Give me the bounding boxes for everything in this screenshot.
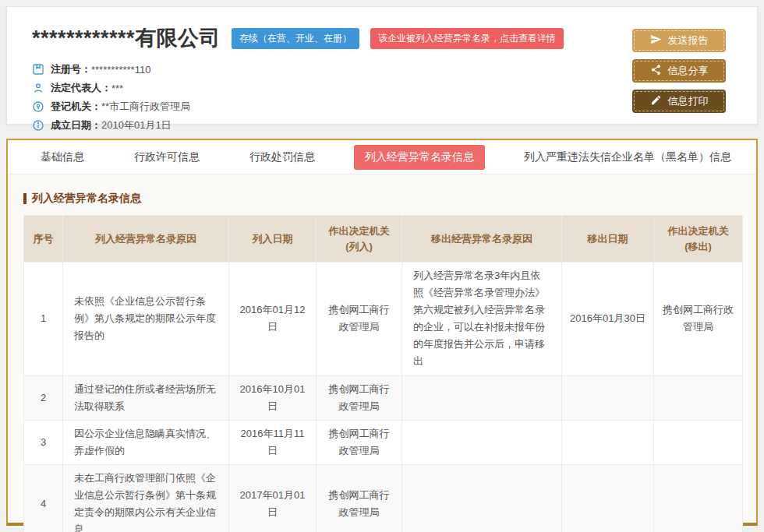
tab-basic-info[interactable]: 基础信息 <box>30 145 95 170</box>
cell-remove-org <box>654 420 743 464</box>
cell-list-date: 2016年11月11日 <box>229 420 317 464</box>
pencil-icon <box>650 94 662 108</box>
cell-list-org: 携创网工商行政管理局 <box>317 262 402 376</box>
share-info-label: 信息分享 <box>668 64 709 78</box>
tab-blacklist[interactable]: 列入严重违法失信企业名单（黑名单）信息 <box>513 145 742 170</box>
main-panel: 基础信息 行政许可信息 行政处罚信息 列入经营异常名录信息 列入严重违法失信企业… <box>6 139 758 526</box>
cell-remove-reason: 列入经营异常名录3年内且依照《经营异常名录管理办法》第六规定被列入经营异常名录的… <box>402 262 562 376</box>
registry-org-label: 登记机关： <box>51 100 101 114</box>
cell-remove-reason <box>402 375 562 420</box>
company-info-list: 注册号： ***********110 法定代表人： *** 登记机关： **市… <box>32 60 737 135</box>
cell-list-date: 2016年01月12日 <box>229 262 317 376</box>
cell-list-reason: 未在工商行政管理部门依照《企业信息公示暂行条例》第十条规定责令的期限内公示有关企… <box>63 464 229 532</box>
table-header-row: 序号 列入经营异常名录原因 列入日期 作出决定机关(列入) 移出经营异常名录原因… <box>24 216 743 262</box>
person-icon <box>32 82 44 94</box>
location-icon <box>32 100 44 113</box>
send-icon <box>650 33 662 48</box>
cell-list-org: 携创网工商行政管理局 <box>317 420 402 464</box>
cell-remove-date <box>562 420 654 464</box>
cell-remove-org <box>654 375 743 420</box>
table-row: 3 因公示企业信息隐瞒真实情况、弄虚作假的 2016年11月11日 携创网工商行… <box>24 420 743 464</box>
cell-remove-org <box>654 464 743 532</box>
info-row-founded-date: 成立日期： 2010年01月1日 <box>32 116 737 135</box>
section-title-marker <box>23 193 27 204</box>
legal-rep-value: *** <box>111 83 123 94</box>
col-header-list-reason: 列入经营异常名录原因 <box>63 216 229 262</box>
cell-remove-reason <box>402 464 562 532</box>
col-header-list-date: 列入日期 <box>229 216 317 262</box>
info-row-registry-org: 登记机关： **市工商行政管理局 <box>32 97 737 116</box>
col-header-remove-reason: 移出经营异常名录原因 <box>402 216 562 262</box>
tab-content: 列入经营异常名录信息 序号 列入经营异常名录原因 列入日期 作出决定机关(列入)… <box>8 174 756 532</box>
tab-admin-license[interactable]: 行政许可信息 <box>123 145 210 170</box>
table-row: 4 未在工商行政管理部门依照《企业信息公示暂行条例》第十条规定责令的期限内公示有… <box>24 464 743 532</box>
share-icon <box>650 64 662 78</box>
section-title-text: 列入经营异常名录信息 <box>32 192 141 206</box>
founded-date-value: 2010年01月1日 <box>101 118 172 132</box>
action-buttons: 发送报告 信息分享 信息打印 <box>632 29 726 113</box>
cell-seq: 4 <box>24 464 63 532</box>
cell-remove-date: 2016年01月30日 <box>562 262 654 376</box>
cell-list-reason: 未依照《企业信息公示暂行条例》第八条规定的期限公示年度报告的 <box>63 262 229 376</box>
print-info-label: 信息打印 <box>668 94 709 108</box>
tab-bar: 基础信息 行政许可信息 行政处罚信息 列入经营异常名录信息 列入严重违法失信企业… <box>8 140 756 174</box>
cell-list-org: 携创网工商行政管理局 <box>317 464 402 532</box>
founded-date-label: 成立日期： <box>51 118 101 132</box>
table-row: 2 通过登记的住所或者经营场所无法取得联系 2016年10月01日 携创网工商行… <box>24 375 743 420</box>
info-row-legal-rep: 法定代表人： *** <box>32 79 737 97</box>
cell-remove-org: 携创网工商行政管理局 <box>654 262 743 376</box>
print-info-button[interactable]: 信息打印 <box>632 90 726 113</box>
abnormal-records-table: 序号 列入经营异常名录原因 列入日期 作出决定机关(列入) 移出经营异常名录原因… <box>23 215 743 532</box>
cell-seq: 1 <box>24 262 63 376</box>
info-row-registration: 注册号： ***********110 <box>32 60 737 79</box>
col-header-remove-org: 作出决定机关(移出) <box>654 216 743 262</box>
registration-value: ***********110 <box>91 64 150 76</box>
col-header-remove-date: 移出日期 <box>562 216 654 262</box>
send-report-button[interactable]: 发送报告 <box>632 29 726 52</box>
cell-remove-date <box>562 464 654 532</box>
cell-list-reason: 因公示企业信息隐瞒真实情况、弄虚作假的 <box>63 420 229 464</box>
tab-admin-penalty[interactable]: 行政处罚信息 <box>239 145 326 170</box>
company-header-card: ************有限公司 存续（在营、开业、在册） 该企业被列入经营异常… <box>6 6 758 125</box>
col-header-list-org: 作出决定机关(列入) <box>317 216 402 262</box>
cell-list-org: 携创网工商行政管理局 <box>317 375 402 420</box>
registry-org-value: **市工商行政管理局 <box>101 100 190 114</box>
cell-list-reason: 通过登记的住所或者经营场所无法取得联系 <box>63 375 229 420</box>
cell-seq: 2 <box>24 375 63 420</box>
info-icon <box>32 119 44 132</box>
company-name: ************有限公司 <box>32 24 221 52</box>
tab-abnormal-list[interactable]: 列入经营异常名录信息 <box>354 145 485 170</box>
certificate-icon <box>32 63 44 76</box>
cell-seq: 3 <box>24 420 63 464</box>
cell-list-date: 2017年01月01日 <box>229 464 317 532</box>
share-info-button[interactable]: 信息分享 <box>632 59 726 83</box>
table-row: 1 未依照《企业信息公示暂行条例》第八条规定的期限公示年度报告的 2016年01… <box>24 262 743 376</box>
col-header-seq: 序号 <box>24 216 63 262</box>
status-badge: 存续（在营、开业、在册） <box>232 28 359 49</box>
cell-remove-reason <box>402 420 562 464</box>
abnormal-alert-badge[interactable]: 该企业被列入经营异常名录，点击查看详情 <box>370 28 564 49</box>
cell-list-date: 2016年10月01日 <box>229 375 317 420</box>
registration-label: 注册号： <box>51 62 91 76</box>
send-report-label: 发送报告 <box>668 33 709 48</box>
legal-rep-label: 法定代表人： <box>51 81 111 95</box>
section-title: 列入经营异常名录信息 <box>23 192 741 206</box>
cell-remove-date <box>562 375 654 420</box>
